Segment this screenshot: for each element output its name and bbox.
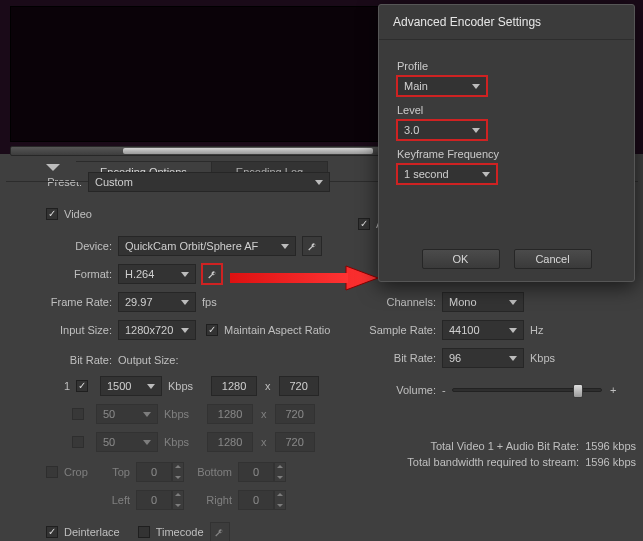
crop-label: Crop (64, 466, 100, 478)
crop-right-input: 0 (238, 490, 274, 510)
inputsize-dropdown[interactable]: 1280x720 (118, 320, 196, 340)
keyframe-dropdown[interactable]: 1 second (397, 164, 497, 184)
x-label-2: x (261, 408, 267, 420)
audio-bitrate-dropdown[interactable]: 96 (442, 348, 524, 368)
format-label: Format: (6, 268, 112, 280)
audio-enable-checkbox[interactable] (358, 218, 370, 230)
stream1-checkbox[interactable] (76, 380, 88, 392)
aspect-checkbox[interactable] (206, 324, 218, 336)
device-dropdown[interactable]: QuickCam Orbit/Sphere AF (118, 236, 296, 256)
hz-label: Hz (530, 324, 543, 336)
timecode-checkbox[interactable] (138, 526, 150, 538)
crop-bottom-input: 0 (238, 462, 274, 482)
crop-top-input: 0 (136, 462, 172, 482)
framerate-dropdown[interactable]: 29.97 (118, 292, 196, 312)
output-width-3: 1280 (207, 432, 253, 452)
kbps-label-1: Kbps (168, 380, 193, 392)
deinterlace-checkbox[interactable] (46, 526, 58, 538)
crop-left-input: 0 (136, 490, 172, 510)
preset-dropdown[interactable]: Custom (88, 172, 330, 192)
channels-label: Channels: (358, 296, 436, 308)
level-dropdown[interactable]: 3.0 (397, 120, 487, 140)
crop-left-stepper (172, 490, 184, 510)
crop-top-label: Top (100, 466, 130, 478)
format-dropdown[interactable]: H.264 (118, 264, 196, 284)
panel-collapse-icon[interactable] (46, 164, 60, 171)
samplerate-dropdown[interactable]: 44100 (442, 320, 524, 340)
output-height-2: 720 (275, 404, 315, 424)
ok-button[interactable]: OK (422, 249, 500, 269)
profile-dropdown[interactable]: Main (397, 76, 487, 96)
output-height-1[interactable]: 720 (279, 376, 319, 396)
total-bitrate-row: Total Video 1 + Audio Bit Rate: 1596 kbp… (356, 438, 636, 454)
framerate-label: Frame Rate: (6, 296, 112, 308)
framerate-unit: fps (202, 296, 217, 308)
crop-top-stepper (172, 462, 184, 482)
bitrate-label: Bit Rate: (6, 354, 112, 366)
samplerate-label: Sample Rate: (358, 324, 436, 336)
audio-kbps-label: Kbps (530, 352, 555, 364)
aspect-label: Maintain Aspect Ratio (224, 324, 330, 336)
inputsize-label: Input Size: (6, 324, 112, 336)
crop-right-stepper (274, 490, 286, 510)
timecode-settings-button (210, 522, 230, 541)
deinterlace-label: Deinterlace (64, 526, 120, 538)
volume-label: Volume: (358, 384, 436, 396)
video-enable-checkbox[interactable] (46, 208, 58, 220)
output-height-3: 720 (275, 432, 315, 452)
x-label-3: x (261, 436, 267, 448)
kbps-label-2: Kbps (164, 408, 189, 420)
bitrate2-dropdown: 50 (96, 404, 158, 424)
crop-bottom-label: Bottom (184, 466, 232, 478)
volume-max: + (610, 384, 616, 396)
bitrate3-dropdown: 50 (96, 432, 158, 452)
crop-bottom-stepper (274, 462, 286, 482)
outputsize-label: Output Size: (118, 354, 224, 366)
advanced-encoder-popup: Advanced Encoder Settings Profile Main L… (378, 4, 635, 282)
volume-thumb[interactable] (573, 384, 583, 398)
popup-title: Advanced Encoder Settings (379, 5, 634, 40)
device-settings-button[interactable] (302, 236, 322, 256)
crop-left-label: Left (100, 494, 130, 506)
stream2-checkbox[interactable] (72, 408, 84, 420)
channels-dropdown[interactable]: Mono (442, 292, 524, 312)
bitrate1-dropdown[interactable]: 1500 (100, 376, 162, 396)
audio-bitrate-label: Bit Rate: (358, 352, 436, 364)
cancel-button[interactable]: Cancel (514, 249, 592, 269)
total-bandwidth-row: Total bandwidth required to stream: 1596… (356, 454, 636, 470)
volume-slider[interactable] (452, 388, 602, 392)
x-label-1: x (265, 380, 271, 392)
stream3-checkbox[interactable] (72, 436, 84, 448)
timecode-label: Timecode (156, 526, 204, 538)
volume-min: - (442, 384, 452, 396)
output-width-2: 1280 (207, 404, 253, 424)
device-label: Device: (6, 240, 112, 252)
crop-right-label: Right (184, 494, 232, 506)
stream-index: 1 (6, 380, 70, 392)
video-section-label: Video (64, 208, 92, 220)
crop-checkbox[interactable] (46, 466, 58, 478)
keyframe-label: Keyframe Frequency (397, 148, 616, 160)
format-settings-button[interactable] (202, 264, 222, 284)
kbps-label-3: Kbps (164, 436, 189, 448)
output-width-1[interactable]: 1280 (211, 376, 257, 396)
profile-label: Profile (397, 60, 616, 72)
level-label: Level (397, 104, 616, 116)
